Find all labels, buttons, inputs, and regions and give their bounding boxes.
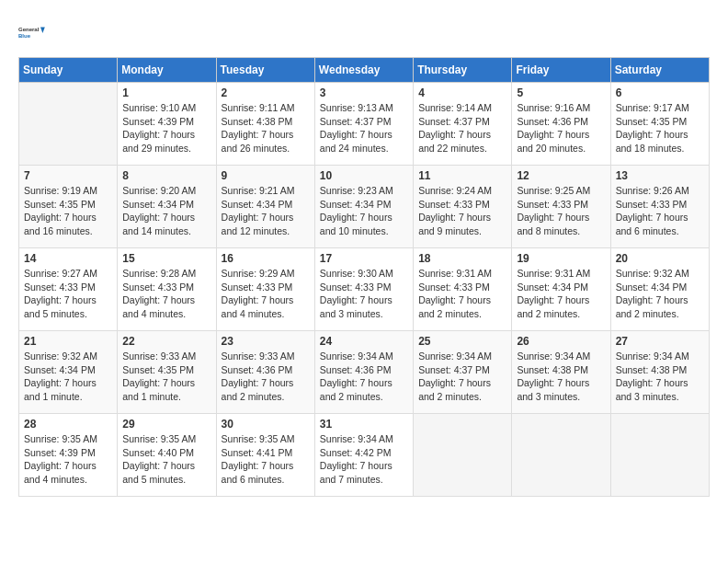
calendar-cell: 8Sunrise: 9:20 AMSunset: 4:34 PMDaylight… — [118, 166, 216, 248]
day-info: Sunrise: 9:35 AMSunset: 4:39 PMDaylight:… — [24, 432, 112, 487]
day-number: 24 — [320, 335, 408, 348]
logo: GeneralBlue — [18, 18, 48, 48]
day-info: Sunrise: 9:34 AMSunset: 4:37 PMDaylight:… — [418, 350, 506, 404]
day-header-friday: Friday — [512, 58, 610, 83]
day-header-saturday: Saturday — [610, 58, 709, 83]
day-info: Sunrise: 9:10 AMSunset: 4:39 PMDaylight:… — [122, 101, 210, 155]
day-info: Sunrise: 9:31 AMSunset: 4:34 PMDaylight:… — [517, 267, 605, 321]
page-header: GeneralBlue — [18, 18, 710, 48]
day-info: Sunrise: 9:13 AMSunset: 4:37 PMDaylight:… — [320, 101, 408, 155]
calendar-cell: 4Sunrise: 9:14 AMSunset: 4:37 PMDaylight… — [414, 83, 512, 166]
calendar-cell: 10Sunrise: 9:23 AMSunset: 4:34 PMDayligh… — [314, 166, 413, 248]
svg-text:Blue: Blue — [18, 33, 31, 39]
day-info: Sunrise: 9:33 AMSunset: 4:35 PMDaylight:… — [122, 350, 210, 404]
calendar-cell: 12Sunrise: 9:25 AMSunset: 4:33 PMDayligh… — [512, 166, 610, 248]
day-number: 26 — [517, 335, 605, 348]
day-number: 9 — [222, 169, 310, 182]
day-info: Sunrise: 9:23 AMSunset: 4:34 PMDaylight:… — [320, 184, 408, 238]
day-number: 18 — [418, 252, 506, 265]
day-info: Sunrise: 9:35 AMSunset: 4:41 PMDaylight:… — [222, 432, 310, 487]
calendar-cell — [19, 83, 118, 166]
day-number: 16 — [222, 252, 310, 265]
calendar-cell: 24Sunrise: 9:34 AMSunset: 4:36 PMDayligh… — [314, 331, 413, 414]
day-info: Sunrise: 9:34 AMSunset: 4:36 PMDaylight:… — [320, 350, 408, 404]
day-number: 21 — [24, 335, 112, 348]
day-number: 31 — [320, 418, 408, 431]
day-header-wednesday: Wednesday — [314, 58, 413, 83]
calendar-cell: 29Sunrise: 9:35 AMSunset: 4:40 PMDayligh… — [118, 414, 216, 497]
day-header-sunday: Sunday — [19, 58, 118, 83]
day-number: 27 — [616, 335, 704, 348]
day-info: Sunrise: 9:19 AMSunset: 4:35 PMDaylight:… — [24, 184, 112, 238]
day-header-monday: Monday — [118, 58, 216, 83]
day-number: 15 — [122, 252, 210, 265]
day-header-thursday: Thursday — [414, 58, 512, 83]
day-number: 4 — [418, 86, 506, 99]
calendar-cell: 19Sunrise: 9:31 AMSunset: 4:34 PMDayligh… — [512, 248, 610, 331]
day-info: Sunrise: 9:28 AMSunset: 4:33 PMDaylight:… — [122, 267, 210, 321]
calendar-cell: 18Sunrise: 9:31 AMSunset: 4:33 PMDayligh… — [414, 248, 512, 331]
calendar-cell: 15Sunrise: 9:28 AMSunset: 4:33 PMDayligh… — [118, 248, 216, 331]
calendar-cell: 7Sunrise: 9:19 AMSunset: 4:35 PMDaylight… — [19, 166, 118, 248]
calendar-cell: 23Sunrise: 9:33 AMSunset: 4:36 PMDayligh… — [216, 331, 314, 414]
day-number: 22 — [122, 335, 210, 348]
day-number: 23 — [222, 335, 310, 348]
day-number: 8 — [122, 169, 210, 182]
svg-marker-2 — [40, 28, 45, 33]
calendar-cell: 6Sunrise: 9:17 AMSunset: 4:35 PMDaylight… — [610, 83, 709, 166]
calendar-cell — [610, 414, 709, 497]
calendar-cell: 14Sunrise: 9:27 AMSunset: 4:33 PMDayligh… — [19, 248, 118, 331]
day-info: Sunrise: 9:35 AMSunset: 4:40 PMDaylight:… — [122, 432, 210, 487]
calendar-cell: 25Sunrise: 9:34 AMSunset: 4:37 PMDayligh… — [414, 331, 512, 414]
day-info: Sunrise: 9:24 AMSunset: 4:33 PMDaylight:… — [418, 184, 506, 238]
calendar-cell: 9Sunrise: 9:21 AMSunset: 4:34 PMDaylight… — [216, 166, 314, 248]
calendar-cell: 5Sunrise: 9:16 AMSunset: 4:36 PMDaylight… — [512, 83, 610, 166]
calendar-cell: 20Sunrise: 9:32 AMSunset: 4:34 PMDayligh… — [610, 248, 709, 331]
calendar-cell: 28Sunrise: 9:35 AMSunset: 4:39 PMDayligh… — [19, 414, 118, 497]
calendar-cell — [512, 414, 610, 497]
day-number: 25 — [418, 335, 506, 348]
day-number: 30 — [222, 418, 310, 431]
day-number: 6 — [616, 86, 704, 99]
calendar-table: SundayMondayTuesdayWednesdayThursdayFrid… — [18, 57, 710, 497]
day-info: Sunrise: 9:16 AMSunset: 4:36 PMDaylight:… — [517, 101, 605, 155]
calendar-cell: 13Sunrise: 9:26 AMSunset: 4:33 PMDayligh… — [610, 166, 709, 248]
calendar-cell: 22Sunrise: 9:33 AMSunset: 4:35 PMDayligh… — [118, 331, 216, 414]
day-header-tuesday: Tuesday — [216, 58, 314, 83]
calendar-cell: 3Sunrise: 9:13 AMSunset: 4:37 PMDaylight… — [314, 83, 413, 166]
calendar-cell: 16Sunrise: 9:29 AMSunset: 4:33 PMDayligh… — [216, 248, 314, 331]
calendar-cell: 1Sunrise: 9:10 AMSunset: 4:39 PMDaylight… — [118, 83, 216, 166]
day-number: 20 — [616, 252, 704, 265]
day-info: Sunrise: 9:25 AMSunset: 4:33 PMDaylight:… — [517, 184, 605, 238]
calendar-cell: 17Sunrise: 9:30 AMSunset: 4:33 PMDayligh… — [314, 248, 413, 331]
day-number: 7 — [24, 169, 112, 182]
day-number: 13 — [616, 169, 704, 182]
day-info: Sunrise: 9:26 AMSunset: 4:33 PMDaylight:… — [616, 184, 704, 238]
calendar-week-row: 14Sunrise: 9:27 AMSunset: 4:33 PMDayligh… — [19, 248, 710, 331]
calendar-cell: 2Sunrise: 9:11 AMSunset: 4:38 PMDaylight… — [216, 83, 314, 166]
day-number: 12 — [517, 169, 605, 182]
day-info: Sunrise: 9:20 AMSunset: 4:34 PMDaylight:… — [122, 184, 210, 238]
day-info: Sunrise: 9:27 AMSunset: 4:33 PMDaylight:… — [24, 267, 112, 321]
day-info: Sunrise: 9:32 AMSunset: 4:34 PMDaylight:… — [24, 350, 112, 404]
calendar-cell: 30Sunrise: 9:35 AMSunset: 4:41 PMDayligh… — [216, 414, 314, 497]
day-number: 11 — [418, 169, 506, 182]
calendar-header-row: SundayMondayTuesdayWednesdayThursdayFrid… — [19, 58, 710, 83]
day-info: Sunrise: 9:21 AMSunset: 4:34 PMDaylight:… — [222, 184, 310, 238]
day-number: 29 — [122, 418, 210, 431]
calendar-week-row: 7Sunrise: 9:19 AMSunset: 4:35 PMDaylight… — [19, 166, 710, 248]
calendar-cell: 21Sunrise: 9:32 AMSunset: 4:34 PMDayligh… — [19, 331, 118, 414]
calendar-week-row: 1Sunrise: 9:10 AMSunset: 4:39 PMDaylight… — [19, 83, 710, 166]
svg-text:General: General — [18, 27, 40, 32]
day-number: 28 — [24, 418, 112, 431]
day-info: Sunrise: 9:11 AMSunset: 4:38 PMDaylight:… — [222, 101, 310, 155]
day-info: Sunrise: 9:31 AMSunset: 4:33 PMDaylight:… — [418, 267, 506, 321]
day-info: Sunrise: 9:34 AMSunset: 4:38 PMDaylight:… — [517, 350, 605, 404]
day-info: Sunrise: 9:33 AMSunset: 4:36 PMDaylight:… — [222, 350, 310, 404]
day-number: 19 — [517, 252, 605, 265]
calendar-cell — [414, 414, 512, 497]
day-number: 2 — [222, 86, 310, 99]
calendar-cell: 31Sunrise: 9:34 AMSunset: 4:42 PMDayligh… — [314, 414, 413, 497]
day-info: Sunrise: 9:34 AMSunset: 4:42 PMDaylight:… — [320, 432, 408, 487]
day-number: 14 — [24, 252, 112, 265]
